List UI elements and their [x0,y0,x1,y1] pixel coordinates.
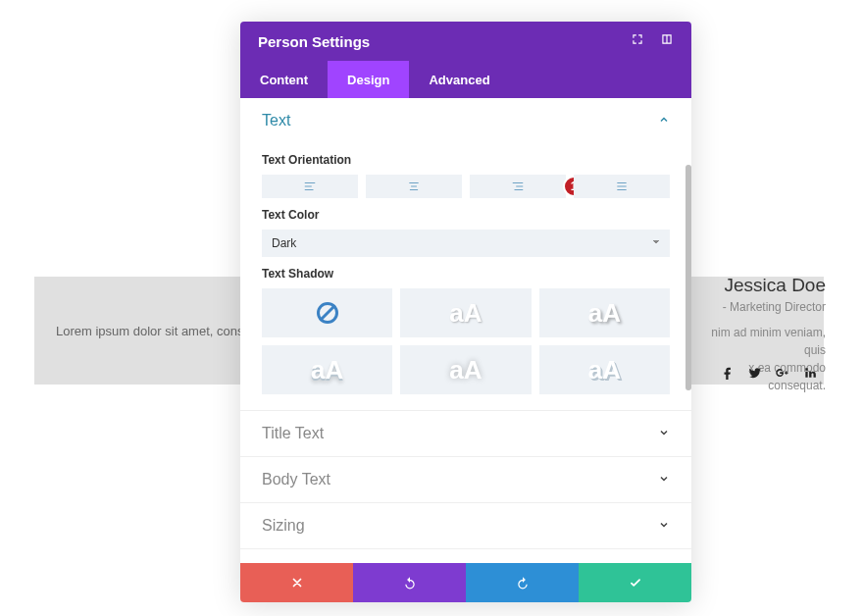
label-text-shadow: Text Shadow [262,267,670,281]
section-text-title: Text [262,112,658,129]
section-sizing: Sizing [240,503,691,549]
section-text-body: Text Orientation 1 [240,153,691,410]
section-text-header[interactable]: Text [240,98,691,143]
modal-header-actions [631,32,674,50]
tab-design[interactable]: Design [328,61,409,98]
align-justify-button[interactable] [574,175,670,198]
shadow-option-1[interactable]: aA [400,288,531,337]
redo-button[interactable] [466,563,579,602]
expand-icon[interactable] [631,32,644,50]
chevron-down-icon [658,471,670,488]
tab-content[interactable]: Content [240,61,328,98]
preview-social-icons [721,366,817,380]
twitter-icon[interactable] [748,366,762,380]
align-left-button[interactable] [262,175,358,198]
shadow-sample-icon: aA [311,355,343,385]
section-body-text-title: Body Text [262,471,658,488]
tab-advanced[interactable]: Advanced [409,61,509,98]
shadow-sample-icon: aA [588,355,621,385]
shadow-option-3[interactable]: aA [262,345,392,394]
shadow-option-2[interactable]: aA [539,288,670,337]
modal-footer [240,563,691,602]
shadow-sample-icon: aA [449,355,482,385]
modal-header: Person Settings [240,22,691,61]
scrollbar-thumb[interactable] [685,165,691,390]
settings-modal: Person Settings Content Design Advanced … [240,22,691,602]
cancel-button[interactable] [240,563,353,602]
orientation-row: 1 [262,175,670,198]
text-color-select[interactable]: Dark [262,230,670,257]
shadow-sample-icon: aA [588,298,621,329]
settings-panel: Text Text Orientation [240,98,691,563]
shadow-option-4[interactable]: aA [400,345,531,394]
chevron-down-icon [658,517,670,535]
none-icon [317,302,338,324]
section-title-text-header[interactable]: Title Text [240,411,691,456]
section-body-text: Body Text [240,457,691,503]
section-title-text-title: Title Text [262,425,658,442]
chevron-down-icon [658,425,670,442]
tabs: Content Design Advanced [240,61,691,98]
undo-button[interactable] [353,563,466,602]
facebook-icon[interactable] [721,366,735,380]
preview-role: - Marketing Director [696,300,826,314]
shadow-sample-icon: aA [449,298,482,329]
googleplus-icon[interactable] [776,366,789,380]
linkedin-icon[interactable] [803,366,817,380]
confirm-button[interactable] [579,563,691,602]
section-body-text-header[interactable]: Body Text [240,457,691,502]
snap-icon[interactable] [660,32,674,50]
shadow-option-5[interactable]: aA [539,345,670,394]
label-text-color: Text Color [262,208,670,222]
section-text: Text Text Orientation [240,98,691,411]
preview-body-line-1: nim ad minim veniam, quis [696,324,826,359]
chevron-up-icon [658,112,670,129]
section-sizing-header[interactable]: Sizing [240,503,691,548]
preview-name: Jessica Doe [696,275,826,296]
label-text-orientation: Text Orientation [262,153,670,167]
section-sizing-title: Sizing [262,517,658,535]
modal-title: Person Settings [258,33,631,50]
align-right-button[interactable]: 1 [470,175,566,198]
text-shadow-grid: aA aA aA aA aA [262,288,670,394]
align-center-button[interactable] [366,175,462,198]
shadow-none-option[interactable] [262,288,392,337]
section-title-text: Title Text [240,411,691,457]
preview-lorem-text: Lorem ipsum dolor sit amet, consecte [34,324,268,338]
